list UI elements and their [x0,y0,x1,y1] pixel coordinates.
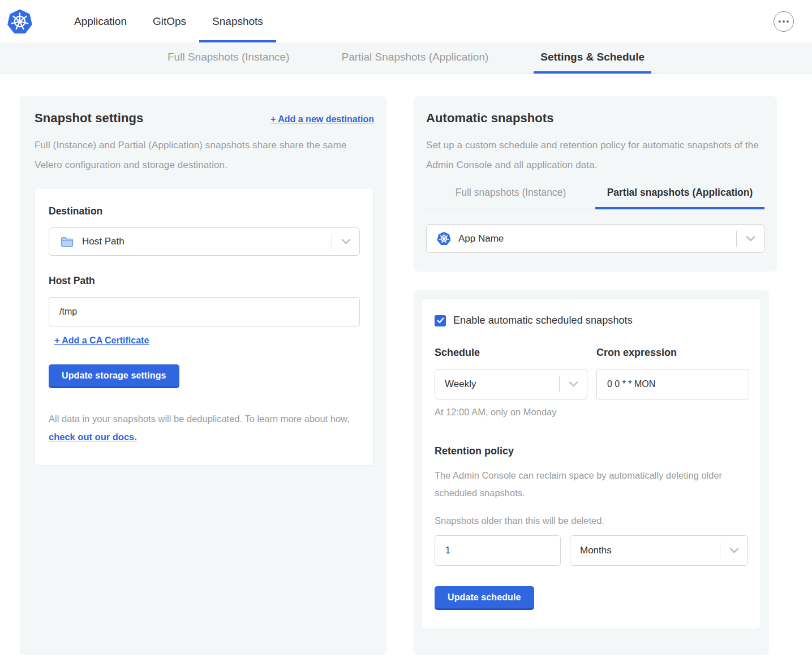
schedule-interval-value: Weekly [445,379,476,390]
chevron-down-icon [737,236,764,242]
retention-count-input[interactable] [435,535,561,566]
retention-hint: Snapshots older than this will be delete… [435,515,748,526]
app-header: Application GitOps Snapshots [0,0,812,42]
schedule-panel: Enable automatic scheduled snapshots Sch… [414,290,769,655]
check-icon [437,317,444,324]
snapshots-subnav: Full Snapshots (Instance) Partial Snapsh… [0,42,812,74]
enable-snapshots-checkbox[interactable] [435,315,446,326]
folder-icon [61,237,74,247]
retention-unit-value: Months [580,545,612,556]
destination-label: Destination [49,205,360,217]
automatic-snapshots-description: Set up a custom schedule and retention p… [426,135,764,175]
tab-full-snapshots[interactable]: Full Snapshots (Instance) [161,42,296,74]
add-destination-link[interactable]: + Add a new destination [270,114,374,124]
main-content: Snapshot settings + Add a new destinatio… [0,74,812,662]
nav-gitops[interactable]: GitOps [140,0,199,42]
host-path-label: Host Path [49,275,360,287]
snapshot-settings-description: Full (Instance) and Partial (Application… [35,135,374,175]
snapshot-settings-panel: Snapshot settings + Add a new destinatio… [20,96,386,655]
schedule-label: Schedule [435,347,587,359]
retention-policy-title: Retention policy [435,445,748,457]
tab-settings-schedule[interactable]: Settings & Schedule [534,42,651,74]
app-icon [437,231,451,246]
app-select-value: App Name [458,233,504,244]
host-path-input[interactable] [49,297,360,326]
update-storage-settings-button[interactable]: Update storage settings [49,364,179,388]
automatic-snapshots-tabs: Full snapshots (Instance) Partial snapsh… [426,187,764,209]
docs-link[interactable]: check out our docs. [49,432,137,442]
chevron-down-icon [720,548,747,553]
enable-snapshots-label: Enable automatic scheduled snapshots [453,315,633,326]
nav-application[interactable]: Application [61,0,140,42]
more-menu-button[interactable] [774,11,794,32]
add-ca-certificate-link[interactable]: + Add a CA Certificate [54,336,149,346]
right-column: Automatic snapshots Set up a custom sche… [414,96,777,655]
chevron-down-icon [560,381,587,387]
kubernetes-logo[interactable] [7,8,33,35]
destination-card: Destination Host Path Host Path + Add a … [35,188,374,466]
nav-snapshots[interactable]: Snapshots [199,0,276,42]
schedule-interval-select[interactable]: Weekly [435,369,587,399]
update-schedule-button[interactable]: Update schedule [435,586,534,610]
tab-auto-partial-snapshots[interactable]: Partial snapshots (Application) [595,187,764,209]
tab-auto-full-snapshots[interactable]: Full snapshots (Instance) [426,187,595,209]
cron-expression-label: Cron expression [596,347,749,359]
ellipsis-icon [779,20,781,23]
retention-unit-select[interactable]: Months [570,535,748,566]
destination-select-value: Host Path [82,236,124,247]
destination-select[interactable]: Host Path [49,227,360,256]
snapshot-settings-title: Snapshot settings [35,111,143,126]
schedule-card: Enable automatic scheduled snapshots Sch… [422,298,761,629]
automatic-snapshots-panel: Automatic snapshots Set up a custom sche… [414,96,777,272]
kubernetes-logo-icon [7,8,33,35]
dedupe-note: All data in your snapshots will be dedup… [49,410,360,446]
tab-partial-snapshots[interactable]: Partial Snapshots (Application) [334,42,495,74]
retention-policy-description: The Admin Console can reclaim space by a… [435,467,748,501]
cron-human-readable: At 12:00 AM, only on Monday [435,407,587,418]
chevron-down-icon [332,239,359,244]
cron-expression-input[interactable] [596,369,749,399]
automatic-snapshots-title: Automatic snapshots [426,111,764,126]
primary-nav: Application GitOps Snapshots [61,0,276,42]
app-select[interactable]: App Name [426,224,764,253]
